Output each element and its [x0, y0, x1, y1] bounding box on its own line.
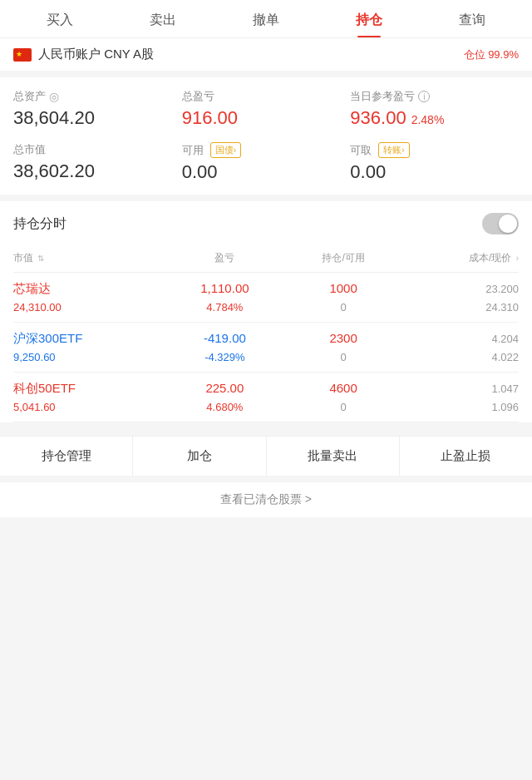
- btn-manage[interactable]: 持仓管理: [0, 437, 133, 476]
- pos-avail-hs300: 0: [292, 351, 395, 363]
- stock-name-xrd: 芯瑞达: [13, 281, 158, 297]
- stock-name-hs300: 沪深300ETF: [13, 331, 158, 347]
- profit-val-kc50: 225.00: [158, 381, 292, 395]
- withdrawable-value: 0.00: [350, 161, 519, 183]
- sort-icon: ⇅: [37, 254, 44, 263]
- daily-profit-value: 936.00: [350, 107, 406, 129]
- total-profit: 总盈亏 916.00: [182, 89, 351, 129]
- holdings-table: 市值 ⇅ 盈亏 持仓/可用 成本/现价 › 芯瑞达 1,110.00 1000 …: [13, 244, 519, 422]
- position-pct: 仓位 99.9%: [464, 47, 519, 62]
- nav-cancel[interactable]: 撤单: [214, 0, 318, 37]
- table-header: 市值 ⇅ 盈亏 持仓/可用 成本/现价 ›: [13, 244, 519, 273]
- nav-buy[interactable]: 买入: [8, 0, 111, 37]
- market-val-hs300: 9,250.60: [13, 350, 158, 363]
- eye-icon[interactable]: ◎: [49, 90, 59, 103]
- total-assets-value: 38,604.20: [13, 107, 182, 129]
- holding-row-xrd[interactable]: 芯瑞达 1,110.00 1000 23.200 24,310.00 4.784…: [13, 273, 519, 323]
- current-price-xrd: 24.310: [395, 301, 519, 313]
- stats-row-2: 总市值 38,602.20 可用 国债› 0.00 可取 转账› 0.00: [13, 142, 519, 183]
- daily-profit-label: 当日参考盈亏 i: [350, 89, 519, 104]
- daily-profit-pct: 2.48%: [411, 113, 445, 126]
- available: 可用 国债› 0.00: [182, 142, 351, 183]
- nav-sell[interactable]: 卖出: [111, 0, 214, 37]
- nav-query[interactable]: 查询: [421, 0, 524, 37]
- total-profit-value: 916.00: [182, 107, 351, 129]
- guozhai-badge[interactable]: 国债›: [210, 142, 241, 158]
- holdings-title: 持仓分时: [13, 215, 66, 233]
- profit-val-xrd: 1,110.00: [158, 281, 292, 295]
- total-assets-label: 总资产 ◎: [13, 89, 182, 104]
- profit-pct-hs300: -4.329%: [158, 351, 292, 363]
- holding-row-xrd-top: 芯瑞达 1,110.00 1000 23.200: [13, 281, 519, 297]
- btn-add[interactable]: 加仓: [133, 437, 266, 476]
- bottom-actions: 持仓管理 加仓 批量卖出 止盈止损: [0, 436, 532, 476]
- daily-profit-values: 936.00 2.48%: [350, 107, 519, 129]
- holding-row-hs300[interactable]: 沪深300ETF -419.00 2300 4.204 9,250.60 -4.…: [13, 323, 519, 373]
- withdrawable: 可取 转账› 0.00: [350, 142, 519, 183]
- current-price-kc50: 1.096: [395, 401, 519, 413]
- market-val-xrd: 24,310.00: [13, 300, 158, 313]
- account-name: 人民币账户 CNY A股: [38, 47, 154, 62]
- account-bar: 人民币账户 CNY A股 仓位 99.9%: [0, 38, 532, 77]
- market-val-kc50: 5,041.60: [13, 400, 158, 413]
- cost-kc50: 1.047: [395, 383, 519, 395]
- holding-row-hs300-bottom: 9,250.60 -4.329% 0 4.022: [13, 350, 519, 363]
- total-market-label: 总市值: [13, 142, 182, 157]
- holding-row-kc50-bottom: 5,041.60 4.680% 0 1.096: [13, 400, 519, 413]
- holding-row-xrd-bottom: 24,310.00 4.784% 0 24.310: [13, 300, 519, 313]
- available-label: 可用 国债›: [182, 142, 351, 158]
- flag-icon: [13, 48, 32, 62]
- col-header-profit: 盈亏: [158, 251, 292, 265]
- col-header-market-val[interactable]: 市值 ⇅: [13, 251, 158, 265]
- pos-avail-xrd: 0: [292, 301, 395, 313]
- holding-row-kc50[interactable]: 科创50ETF 225.00 4600 1.047 5,041.60 4.680…: [13, 373, 519, 422]
- holdings-header: 持仓分时: [13, 213, 519, 234]
- current-price-hs300: 4.022: [395, 351, 519, 363]
- stats-section: 总资产 ◎ 38,604.20 总盈亏 916.00 当日参考盈亏 i 936.…: [0, 77, 532, 195]
- sort-icon-2: ›: [516, 254, 519, 263]
- toggle-switch[interactable]: [482, 213, 519, 234]
- info-icon: i: [418, 91, 430, 102]
- top-nav: 买入 卖出 撤单 持仓 查询: [0, 0, 532, 38]
- holding-row-kc50-top: 科创50ETF 225.00 4600 1.047: [13, 381, 519, 397]
- daily-profit: 当日参考盈亏 i 936.00 2.48%: [350, 89, 519, 129]
- total-market-value: 38,602.20: [13, 160, 182, 182]
- col-header-cost[interactable]: 成本/现价 ›: [395, 251, 519, 265]
- pos-qty-kc50: 4600: [292, 381, 395, 395]
- btn-batch-sell[interactable]: 批量卖出: [267, 437, 400, 476]
- transfer-badge[interactable]: 转账›: [378, 142, 409, 158]
- total-profit-label: 总盈亏: [182, 89, 351, 104]
- divider-1: [0, 195, 532, 201]
- stock-name-kc50: 科创50ETF: [13, 381, 158, 397]
- total-market-val: 总市值 38,602.20: [13, 142, 182, 183]
- pos-qty-xrd: 1000: [292, 281, 395, 295]
- holdings-section: 持仓分时 市值 ⇅ 盈亏 持仓/可用 成本/现价 › 芯瑞达 1,110.00 …: [0, 201, 532, 422]
- account-info: 人民币账户 CNY A股: [13, 47, 154, 62]
- cost-hs300: 4.204: [395, 333, 519, 345]
- clear-link[interactable]: 查看已清仓股票 >: [0, 476, 532, 517]
- total-assets: 总资产 ◎ 38,604.20: [13, 89, 182, 129]
- nav-holdings[interactable]: 持仓: [318, 0, 421, 37]
- available-value: 0.00: [182, 161, 351, 183]
- withdrawable-label: 可取 转账›: [350, 142, 519, 158]
- profit-pct-xrd: 4.784%: [158, 301, 292, 313]
- pos-avail-kc50: 0: [292, 401, 395, 413]
- btn-stop[interactable]: 止盈止损: [400, 437, 532, 476]
- profit-pct-kc50: 4.680%: [158, 401, 292, 413]
- profit-val-hs300: -419.00: [158, 331, 292, 345]
- cost-xrd: 23.200: [395, 283, 519, 295]
- holding-row-hs300-top: 沪深300ETF -419.00 2300 4.204: [13, 331, 519, 347]
- col-header-position: 持仓/可用: [292, 251, 395, 265]
- pos-qty-hs300: 2300: [292, 331, 395, 345]
- stats-row-1: 总资产 ◎ 38,604.20 总盈亏 916.00 当日参考盈亏 i 936.…: [13, 89, 519, 129]
